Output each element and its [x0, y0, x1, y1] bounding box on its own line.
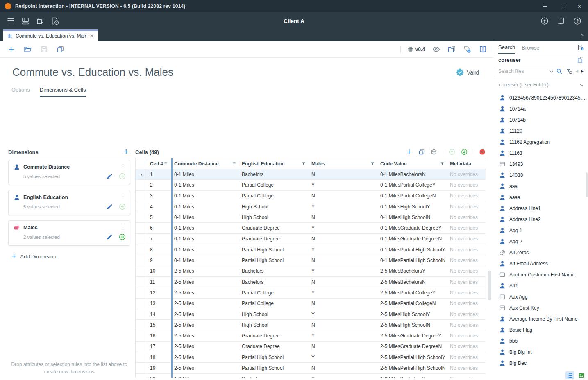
file-list-item[interactable]: 0123456789012345678901234567890123456789 — [494, 92, 588, 103]
new-button[interactable]: + — [7, 45, 16, 54]
table-row[interactable]: 18 2-5 Miles Partial High School Y 2-5 M… — [136, 352, 486, 363]
tab-options[interactable]: Options — [11, 87, 30, 97]
row-expand-cell[interactable] — [136, 223, 147, 233]
file-list-item[interactable]: All Zeros — [494, 247, 588, 258]
file-list-item[interactable]: 11162 Aggregation — [494, 136, 588, 147]
row-expand-cell[interactable] — [136, 330, 147, 341]
table-row[interactable]: 8 0-1 Miles Partial High School Y 0-1 Mi… — [136, 244, 486, 255]
file-list-item[interactable]: Att1 — [494, 280, 588, 291]
column-header-commute[interactable]: Commute Distance — [171, 158, 239, 169]
file-list-item[interactable]: Another Customer First Name — [494, 269, 588, 280]
files-button[interactable] — [35, 16, 45, 26]
table-row[interactable]: 3 0-1 Miles Partial College N 0-1 MilesP… — [136, 191, 486, 201]
dimension-card[interactable]: English Education 5 values selected — [8, 190, 130, 215]
preview-button[interactable] — [431, 45, 440, 54]
edit-pencil-icon[interactable] — [107, 234, 113, 240]
tab-search[interactable]: Search — [498, 41, 515, 54]
table-row[interactable]: 17 2-5 Miles Graduate Degree N 2-5 Miles… — [136, 342, 486, 352]
row-expand-cell[interactable] — [136, 191, 147, 201]
file-list-item[interactable]: 11120 — [494, 125, 588, 136]
table-row[interactable]: 12 2-5 Miles Partial College Y 2-5 Miles… — [136, 287, 486, 298]
chevron-down-icon[interactable] — [550, 69, 553, 72]
file-list-item[interactable]: 11163 — [494, 147, 588, 158]
list-view-button[interactable] — [565, 371, 574, 379]
add-cell-button[interactable]: + — [406, 149, 413, 156]
remove-cell-button[interactable] — [479, 149, 486, 156]
clear-filter-button[interactable] — [565, 68, 572, 75]
generate-cells-button[interactable] — [430, 149, 437, 156]
search-input[interactable]: Search files — [498, 68, 547, 74]
search-button[interactable] — [556, 68, 563, 75]
filter-icon[interactable] — [370, 162, 375, 166]
folder-copy-button[interactable] — [577, 57, 584, 63]
file-list-item[interactable]: Aux Cust Key — [494, 302, 588, 313]
dashboards-button[interactable] — [20, 16, 30, 26]
add-dimension-button[interactable]: + Add Dimension — [8, 253, 130, 260]
row-expand-cell[interactable] — [136, 320, 147, 330]
kebab-menu-icon[interactable] — [120, 194, 126, 201]
row-expand-cell[interactable] — [136, 212, 147, 222]
apply-arrow-icon[interactable] — [119, 203, 126, 210]
file-list-item[interactable]: 13493 — [494, 158, 588, 170]
column-header-code-value[interactable]: Code Value — [377, 158, 447, 169]
file-list-item[interactable]: Alt Email Address — [494, 258, 588, 269]
table-row[interactable]: 19 2-5 Miles Partial High School N 2-5 M… — [136, 363, 486, 373]
file-list-item[interactable]: Address Line2 — [494, 214, 588, 225]
documentation-button[interactable] — [556, 16, 566, 26]
maximize-button[interactable] — [554, 0, 571, 12]
table-row[interactable]: 13 2-5 Miles Partial College N 2-5 Miles… — [136, 299, 486, 309]
file-list-item[interactable]: bbb — [494, 335, 588, 346]
table-row[interactable]: 5 0-1 Miles High School N 0-1 MilesHigh … — [136, 212, 486, 223]
row-expand-cell[interactable] — [136, 309, 147, 319]
prev-arrow-icon[interactable]: ◀ — [575, 69, 578, 73]
reference-button[interactable] — [478, 45, 487, 54]
row-expand-cell[interactable] — [136, 266, 147, 276]
filter-icon[interactable] — [232, 162, 236, 166]
file-list-item[interactable]: 14038 — [494, 170, 588, 181]
row-expand-cell[interactable]: › — [136, 169, 147, 179]
copy-cells-button[interactable] — [418, 149, 425, 156]
row-expand-cell[interactable] — [136, 342, 147, 352]
new-file-button[interactable] — [577, 44, 584, 51]
file-list-item[interactable]: Average Income By First Name — [494, 313, 588, 324]
folder-section-header[interactable]: coreuser (User Folder) — [494, 79, 588, 91]
tab-browse[interactable]: Browse — [522, 41, 539, 54]
main-menu-button[interactable] — [6, 16, 16, 26]
filter-icon[interactable] — [164, 162, 168, 166]
help-button[interactable] — [572, 16, 582, 26]
file-list-item[interactable]: Big Dec — [494, 357, 588, 369]
edit-pencil-icon[interactable] — [107, 173, 113, 179]
sidebar-scrollbar-thumb[interactable] — [586, 172, 588, 197]
filter-icon[interactable] — [440, 162, 444, 166]
dimension-card[interactable]: Males 2 values selected — [8, 220, 130, 246]
kebab-menu-icon[interactable] — [120, 224, 126, 231]
open-button[interactable] — [23, 45, 32, 54]
row-expand-cell[interactable] — [136, 255, 147, 265]
column-header-males[interactable]: Males — [309, 158, 377, 169]
row-expand-cell[interactable] — [136, 277, 147, 287]
tab-close-icon[interactable]: ✕ — [89, 33, 95, 39]
table-row[interactable]: 15 2-5 Miles High School N 2-5 MilesHigh… — [136, 320, 486, 330]
folder-document-button[interactable] — [447, 45, 456, 54]
row-expand-cell[interactable] — [136, 287, 147, 298]
row-expand-cell[interactable] — [136, 180, 147, 190]
file-list-item[interactable]: Basic Flag — [494, 324, 588, 335]
file-list-item[interactable]: 10714b — [494, 114, 588, 125]
column-header-cell-num[interactable]: Cell # — [147, 158, 171, 169]
file-list-item[interactable]: aaa — [494, 181, 588, 192]
file-list-item[interactable]: Agg 1 — [494, 225, 588, 236]
table-row[interactable]: 11 2-5 Miles Bachelors N 2-5 MilesBachel… — [136, 277, 486, 287]
dimension-card[interactable]: Commute Distance 5 values selected — [8, 160, 130, 185]
table-row[interactable]: 4 0-1 Miles High School Y 0-1 MilesHigh … — [136, 201, 486, 212]
table-row[interactable]: 20 1-2 Miles Bachelors Y 1-2 MilesBachel… — [136, 374, 486, 378]
recent-files-button[interactable] — [50, 16, 60, 26]
tab-overflow-chevron[interactable]: » — [581, 32, 584, 38]
connection-status-button[interactable] — [540, 16, 549, 26]
table-row[interactable]: 6 0-1 Miles Graduate Degree Y 0-1 MilesG… — [136, 223, 486, 233]
table-row[interactable]: › 1 0-1 Miles Bachelors N 0-1 MilesBache… — [136, 169, 486, 180]
apply-arrow-icon[interactable] — [119, 173, 126, 180]
table-row[interactable]: 14 2-5 Miles High School Y 2-5 MilesHigh… — [136, 309, 486, 320]
table-row[interactable]: 10 2-5 Miles Bachelors Y 2-5 MilesBachel… — [136, 266, 486, 277]
table-row[interactable]: 16 2-5 Miles Graduate Degree Y 2-5 Miles… — [136, 330, 486, 341]
file-list-item[interactable]: Aux Agg — [494, 291, 588, 302]
